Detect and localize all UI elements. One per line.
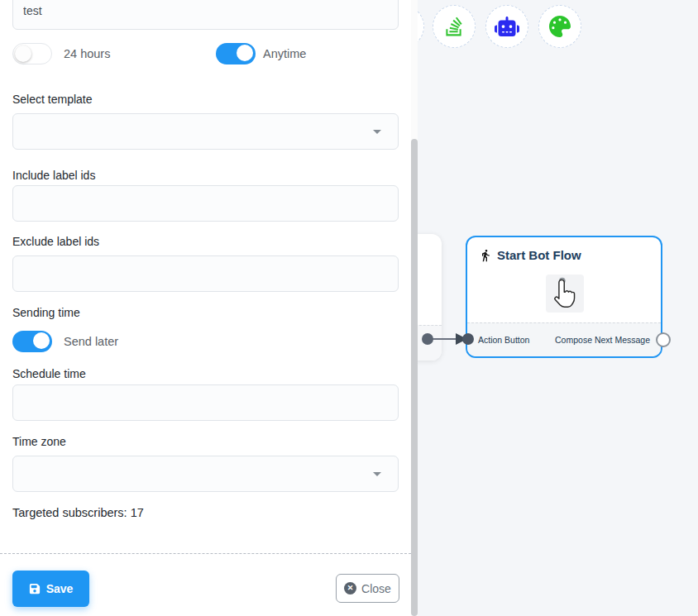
node-footer-action-button-label[interactable]: Action Button bbox=[478, 335, 529, 345]
footer-divider bbox=[0, 553, 411, 554]
select-template-label: Select template bbox=[12, 93, 93, 107]
caret-down-icon bbox=[373, 472, 381, 476]
node-header: Start Bot Flow bbox=[467, 237, 661, 262]
include-label-ids-input[interactable] bbox=[12, 185, 399, 222]
node-footer: Action Button Compose Next Message bbox=[467, 322, 661, 356]
toggle-knob bbox=[15, 45, 31, 62]
node-footer-compose-next-message-label[interactable]: Compose Next Message bbox=[555, 335, 650, 345]
vertical-scrollbar bbox=[411, 0, 418, 616]
walking-person-icon bbox=[479, 249, 492, 262]
toggle-anytime[interactable] bbox=[216, 43, 256, 64]
exclude-label-ids-input[interactable] bbox=[12, 255, 399, 292]
template-select[interactable] bbox=[12, 113, 399, 150]
cursor-overlay bbox=[546, 275, 584, 313]
close-circle-icon: ✕ bbox=[344, 582, 356, 595]
toggle-send-later[interactable] bbox=[12, 331, 52, 352]
close-button[interactable]: ✕ Close bbox=[336, 574, 399, 603]
toolbar-circle-partial[interactable] bbox=[418, 5, 424, 48]
save-icon bbox=[29, 583, 41, 595]
toggle-send-later-label: Send later bbox=[64, 335, 118, 348]
caret-down-icon bbox=[373, 130, 381, 134]
schedule-time-label: Schedule time bbox=[12, 367, 86, 381]
hand-pointer-icon bbox=[551, 277, 579, 310]
targeted-subscribers-text: Targeted subscribers: 17 bbox=[12, 506, 144, 519]
node-title: Start Bot Flow bbox=[497, 248, 581, 262]
campaign-form-panel: 24 hours Anytime Select template Include… bbox=[0, 0, 411, 616]
sending-time-label: Sending time bbox=[12, 306, 80, 320]
exclude-label-ids-label: Exclude label ids bbox=[12, 235, 99, 249]
schedule-time-input[interactable] bbox=[12, 384, 399, 421]
start-bot-flow-node[interactable]: Start Bot Flow Action Button Compose Nex… bbox=[466, 236, 662, 358]
toggle-knob bbox=[237, 45, 253, 61]
node-output-port[interactable] bbox=[656, 332, 671, 347]
toggle-knob bbox=[33, 332, 50, 349]
toolbar-circle-palette[interactable] bbox=[538, 5, 581, 48]
include-label-ids-label: Include label ids bbox=[12, 169, 95, 183]
save-button-label: Save bbox=[46, 582, 74, 595]
toggle-24-hours-label: 24 hours bbox=[64, 47, 110, 60]
flow-canvas[interactable]: Start Bot Flow Action Button Compose Nex… bbox=[418, 0, 698, 616]
connector-end-dot[interactable] bbox=[462, 333, 474, 345]
toggle-24-hours[interactable] bbox=[12, 43, 52, 64]
connector-start-dot[interactable] bbox=[422, 333, 433, 345]
close-button-label: Close bbox=[361, 582, 391, 595]
targeted-subscribers-count: 17 bbox=[131, 506, 144, 519]
toolbar-circle-stack[interactable] bbox=[433, 5, 476, 48]
toolbar-circle-robot[interactable] bbox=[485, 5, 528, 48]
time-zone-label: Time zone bbox=[12, 435, 66, 449]
campaign-name-input[interactable] bbox=[12, 0, 399, 30]
stack-icon bbox=[445, 16, 463, 37]
scrollbar-thumb[interactable] bbox=[411, 139, 418, 616]
robot-icon bbox=[495, 17, 519, 36]
toggle-anytime-label: Anytime bbox=[263, 47, 306, 60]
time-zone-select[interactable] bbox=[12, 456, 399, 492]
save-button[interactable]: Save bbox=[12, 571, 89, 607]
palette-icon bbox=[549, 16, 571, 37]
